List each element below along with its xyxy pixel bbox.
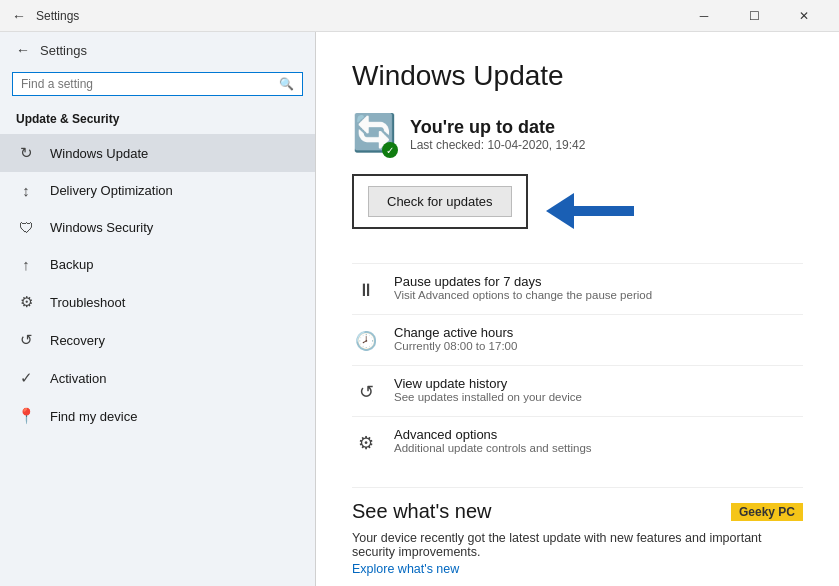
sidebar-section-title: Update & Security [0, 106, 315, 134]
activation-icon: ✓ [16, 369, 36, 387]
pause-icon: ⏸ [352, 276, 380, 304]
option-title-pause: Pause updates for 7 days [394, 274, 652, 289]
sidebar-back-button[interactable]: ← Settings [0, 32, 315, 68]
sidebar-item-label: Windows Update [50, 146, 148, 161]
option-desc-advanced: Additional update controls and settings [394, 442, 592, 454]
location-icon: 📍 [16, 407, 36, 425]
option-title-history: View update history [394, 376, 582, 391]
minimize-button[interactable]: ─ [681, 0, 727, 32]
option-title-advanced: Advanced options [394, 427, 592, 442]
option-desc-hours: Currently 08:00 to 17:00 [394, 340, 517, 352]
maximize-button[interactable]: ☐ [731, 0, 777, 32]
history-icon: ↺ [352, 378, 380, 406]
option-desc-pause: Visit Advanced options to change the pau… [394, 289, 652, 301]
arrow-shaft [574, 206, 634, 216]
titlebar-title: Settings [36, 9, 79, 23]
see-whats-new-header: See what's new Geeky PC [352, 500, 803, 523]
sidebar-item-windows-update[interactable]: ↻ Windows Update [0, 134, 315, 172]
option-text-advanced: Advanced options Additional update contr… [394, 427, 592, 454]
option-text-hours: Change active hours Currently 08:00 to 1… [394, 325, 517, 352]
update-subtext: Last checked: 10-04-2020, 19:42 [410, 138, 585, 152]
sidebar-item-windows-security[interactable]: 🛡 Windows Security [0, 209, 315, 246]
troubleshoot-icon: ⚙ [16, 293, 36, 311]
check-updates-row: Check for updates [352, 174, 803, 247]
explore-link[interactable]: Explore what's new [352, 562, 459, 576]
sidebar-item-label: Windows Security [50, 220, 153, 235]
sidebar-item-label: Delivery Optimization [50, 183, 173, 198]
refresh-icon: ↻ [16, 144, 36, 162]
sidebar-search-box[interactable]: 🔍 [12, 72, 303, 96]
sidebar-item-label: Recovery [50, 333, 105, 348]
arrow-head [546, 193, 574, 229]
update-heading: You're up to date [410, 117, 585, 138]
titlebar-left: ← Settings [12, 8, 79, 24]
sidebar-back-label: Settings [40, 43, 87, 58]
sidebar-item-label: Activation [50, 371, 106, 386]
check-updates-area: Check for updates [352, 174, 528, 229]
titlebar: ← Settings ─ ☐ ✕ [0, 0, 839, 32]
main-content: ← Settings 🔍 Update & Security ↻ Windows… [0, 32, 839, 586]
sidebar-item-troubleshoot[interactable]: ⚙ Troubleshoot [0, 283, 315, 321]
update-text-block: You're up to date Last checked: 10-04-20… [410, 117, 585, 152]
sidebar-item-recovery[interactable]: ↺ Recovery [0, 321, 315, 359]
right-panel: Windows Update 🔄 ✓ You're up to date Las… [316, 32, 839, 586]
close-button[interactable]: ✕ [781, 0, 827, 32]
option-desc-history: See updates installed on your device [394, 391, 582, 403]
option-text-pause: Pause updates for 7 days Visit Advanced … [394, 274, 652, 301]
sidebar-item-label: Backup [50, 257, 93, 272]
gear-icon: ⚙ [352, 429, 380, 457]
shield-icon: 🛡 [16, 219, 36, 236]
sidebar-item-label: Find my device [50, 409, 137, 424]
back-arrow-icon: ← [16, 42, 30, 58]
update-icon-wrap: 🔄 ✓ [352, 112, 396, 156]
option-advanced[interactable]: ⚙ Advanced options Additional update con… [352, 416, 803, 467]
check-updates-button[interactable]: Check for updates [368, 186, 512, 217]
option-update-history[interactable]: ↺ View update history See updates instal… [352, 365, 803, 416]
search-icon: 🔍 [279, 77, 294, 91]
sidebar-item-backup[interactable]: ↑ Backup [0, 246, 315, 283]
recovery-icon: ↺ [16, 331, 36, 349]
option-active-hours[interactable]: 🕗 Change active hours Currently 08:00 to… [352, 314, 803, 365]
sidebar-item-label: Troubleshoot [50, 295, 125, 310]
page-title: Windows Update [352, 60, 803, 92]
search-input[interactable] [21, 77, 279, 91]
see-whats-new-title: See what's new [352, 500, 491, 523]
update-status: 🔄 ✓ You're up to date Last checked: 10-0… [352, 112, 803, 156]
check-badge: ✓ [382, 142, 398, 158]
arrow-wrap [546, 193, 634, 229]
options-list: ⏸ Pause updates for 7 days Visit Advance… [352, 263, 803, 467]
sidebar-item-find-my-device[interactable]: 📍 Find my device [0, 397, 315, 435]
option-text-history: View update history See updates installe… [394, 376, 582, 403]
back-icon[interactable]: ← [12, 8, 26, 24]
sidebar-item-activation[interactable]: ✓ Activation [0, 359, 315, 397]
see-whats-new-section: See what's new Geeky PC Your device rece… [352, 487, 803, 577]
backup-icon: ↑ [16, 256, 36, 273]
clock-icon: 🕗 [352, 327, 380, 355]
titlebar-controls: ─ ☐ ✕ [681, 0, 827, 32]
option-pause-updates[interactable]: ⏸ Pause updates for 7 days Visit Advance… [352, 263, 803, 314]
geeky-badge: Geeky PC [731, 503, 803, 521]
sidebar-item-delivery-optimization[interactable]: ↕ Delivery Optimization [0, 172, 315, 209]
delivery-icon: ↕ [16, 182, 36, 199]
see-whats-new-text: Your device recently got the latest upda… [352, 531, 803, 559]
sidebar: ← Settings 🔍 Update & Security ↻ Windows… [0, 32, 315, 586]
option-title-hours: Change active hours [394, 325, 517, 340]
